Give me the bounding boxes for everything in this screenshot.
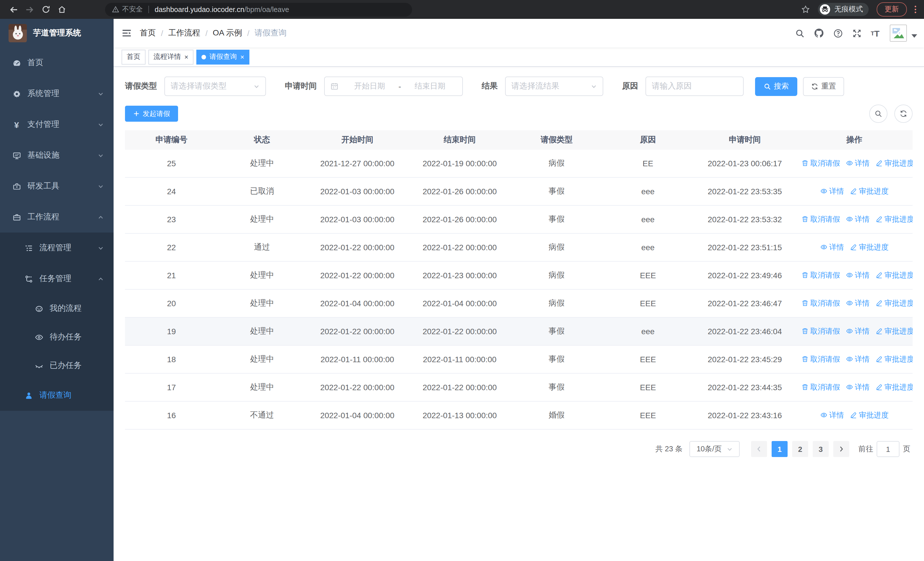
action-label: 审批进度: [884, 326, 913, 337]
close-icon[interactable]: ×: [240, 53, 244, 60]
app-logo[interactable]: 芋道管理系统: [0, 19, 114, 47]
progress-action-link[interactable]: 审批进度: [875, 382, 913, 393]
sidebar-item-done-tasks[interactable]: 已办任务: [0, 351, 114, 380]
next-page-button[interactable]: [833, 441, 849, 457]
incognito-badge: 无痕模式: [818, 3, 868, 16]
sidebar-item-infra[interactable]: 基础设施: [0, 140, 114, 171]
detail-action-link[interactable]: 详情: [846, 214, 870, 224]
page-button-3[interactable]: 3: [813, 441, 829, 457]
cancel-action-link[interactable]: 取消请假: [801, 270, 840, 281]
search-icon[interactable]: [790, 28, 809, 38]
sidebar-item-home[interactable]: 首页: [0, 47, 114, 78]
progress-action-link[interactable]: 审批进度: [850, 186, 889, 197]
reset-button[interactable]: 重置: [803, 77, 844, 96]
cancel-action-link[interactable]: 取消请假: [801, 382, 840, 393]
detail-action-link[interactable]: 详情: [820, 186, 844, 197]
action-label: 取消请假: [810, 326, 840, 337]
browser-home-icon[interactable]: [54, 2, 70, 17]
column-header: 开始时间: [306, 130, 409, 150]
sidebar-item-todo-tasks[interactable]: 待办任务: [0, 323, 114, 351]
row-actions-cell: 取消请假详情审批进度: [796, 317, 913, 345]
goto-page-input[interactable]: 1: [877, 441, 900, 457]
sidebar-item-task-mgmt[interactable]: 任务管理: [0, 263, 114, 294]
close-icon[interactable]: ×: [184, 53, 188, 60]
progress-action-link[interactable]: 审批进度: [875, 298, 913, 308]
sidebar-item-payment[interactable]: ¥支付管理: [0, 109, 114, 140]
sidebar-item-system[interactable]: 系统管理: [0, 78, 114, 109]
detail-action-link[interactable]: 详情: [820, 242, 844, 253]
address-bar[interactable]: 不安全 dashboard.yudao.iocoder.cn/bpm/oa/le…: [105, 3, 412, 16]
sidebar-item-workflow[interactable]: 工作流程: [0, 202, 114, 233]
bookmark-star-icon[interactable]: [801, 5, 810, 14]
tab-label: 首页: [127, 52, 140, 62]
address-divider: [148, 6, 149, 13]
cancel-action-link[interactable]: 取消请假: [801, 326, 840, 337]
sidebar-item-leave-query[interactable]: 请假查询: [0, 380, 114, 411]
tab-home[interactable]: 首页: [122, 50, 146, 64]
tab-process-detail[interactable]: 流程详情×: [148, 50, 194, 64]
user-avatar[interactable]: [890, 24, 907, 42]
sidebar-item-label: 工作流程: [27, 212, 59, 222]
progress-action-link[interactable]: 审批进度: [875, 270, 913, 281]
cancel-action-link[interactable]: 取消请假: [801, 214, 840, 224]
apply-time-range-picker[interactable]: 开始日期 - 结束日期: [324, 77, 463, 96]
cancel-action-link[interactable]: 取消请假: [801, 298, 840, 308]
progress-action-link[interactable]: 审批进度: [850, 242, 889, 253]
action-label: 取消请假: [810, 298, 840, 308]
leave-type-cell: 病假: [511, 261, 602, 289]
github-icon[interactable]: [809, 28, 828, 38]
prev-page-button[interactable]: [751, 441, 767, 457]
page-size-select[interactable]: 10条/页: [689, 441, 740, 457]
table-row: 19处理中2022-01-22 00:00:002022-01-22 00:00…: [125, 317, 913, 345]
pen-icon: [875, 356, 883, 363]
end-time-cell: 2022-01-04 00:00:00: [409, 289, 511, 317]
browser-forward-icon[interactable]: [22, 2, 38, 17]
start-time-cell: 2022-01-04 00:00:00: [306, 401, 409, 429]
detail-action-link[interactable]: 详情: [820, 410, 844, 420]
fullscreen-icon[interactable]: [847, 28, 866, 38]
cancel-action-link[interactable]: 取消请假: [801, 158, 840, 168]
browser-back-icon[interactable]: [6, 2, 22, 17]
search-button[interactable]: 搜索: [755, 77, 797, 96]
detail-action-link[interactable]: 详情: [846, 158, 870, 168]
cancel-action-link[interactable]: 取消请假: [801, 354, 840, 364]
detail-action-link[interactable]: 详情: [846, 354, 870, 364]
apply-time-cell: 2022-01-22 23:46:47: [694, 289, 796, 317]
sidebar-item-devtools[interactable]: 研发工具: [0, 171, 114, 202]
progress-action-link[interactable]: 审批进度: [875, 354, 913, 364]
browser-update-button[interactable]: 更新: [877, 2, 907, 17]
browser-menu-icon[interactable]: [913, 5, 918, 14]
tab-leave-query[interactable]: 请假查询×: [196, 50, 249, 64]
progress-action-link[interactable]: 审批进度: [850, 410, 889, 420]
toolbar-refresh-button[interactable]: [894, 105, 913, 123]
create-leave-button[interactable]: 发起请假: [125, 106, 178, 122]
page-button-2[interactable]: 2: [792, 441, 808, 457]
progress-action-link[interactable]: 审批进度: [875, 214, 913, 224]
page-button-1[interactable]: 1: [772, 441, 788, 457]
collapse-sidebar-icon[interactable]: [114, 28, 140, 38]
breadcrumb-item[interactable]: OA 示例: [213, 28, 242, 38]
chevron-down-icon: [591, 83, 597, 89]
sidebar-item-my-process[interactable]: 我的流程: [0, 294, 114, 323]
start-date-placeholder: 开始日期: [343, 81, 396, 92]
reason-input[interactable]: 请输入原因: [645, 77, 744, 96]
toolbar-search-button[interactable]: [869, 105, 888, 123]
progress-action-link[interactable]: 审批进度: [875, 158, 913, 168]
detail-action-link[interactable]: 详情: [846, 270, 870, 281]
result-select[interactable]: 请选择流结果: [505, 77, 603, 96]
end-time-cell: 2022-01-26 00:00:00: [409, 205, 511, 233]
avatar-dropdown-icon[interactable]: [912, 34, 917, 38]
detail-action-link[interactable]: 详情: [846, 326, 870, 337]
leave-type-select[interactable]: 请选择请假类型: [164, 77, 266, 96]
browser-reload-icon[interactable]: [38, 2, 54, 17]
sidebar-item-label: 基础设施: [27, 150, 59, 161]
breadcrumb-item[interactable]: 首页: [140, 28, 156, 38]
detail-action-link[interactable]: 详情: [846, 298, 870, 308]
help-icon[interactable]: [828, 28, 847, 38]
column-header: 申请时间: [694, 130, 796, 150]
font-size-icon[interactable]: TT: [866, 28, 884, 38]
progress-action-link[interactable]: 审批进度: [875, 326, 913, 337]
sidebar-item-process-mgmt[interactable]: 流程管理: [0, 233, 114, 263]
detail-action-link[interactable]: 详情: [846, 382, 870, 393]
breadcrumb-item[interactable]: 工作流程: [168, 28, 200, 38]
